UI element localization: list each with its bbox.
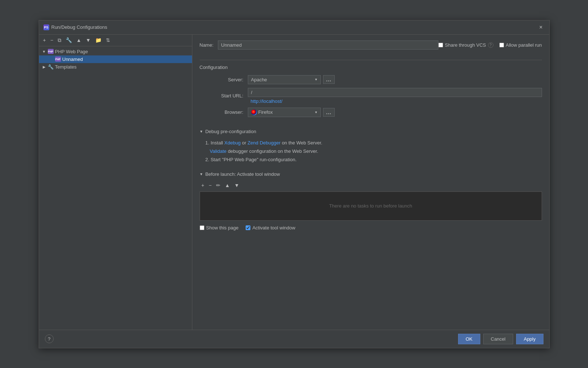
debug-step2: 2. Start "PHP Web Page" run-configuratio… bbox=[205, 155, 542, 164]
before-launch-section: ▼ Before launch: Activate tool window + … bbox=[200, 171, 542, 231]
name-label: Name: bbox=[200, 42, 214, 48]
before-launch-empty-text: There are no tasks to run before launch bbox=[329, 203, 412, 209]
allow-parallel-label[interactable]: Allow parallel run bbox=[499, 42, 542, 48]
unnamed-label: Unnamed bbox=[62, 57, 83, 62]
folder-button[interactable]: 📁 bbox=[93, 36, 103, 44]
php-icon: PHP bbox=[48, 49, 54, 54]
server-browse-button[interactable]: ... bbox=[323, 75, 335, 84]
main-content: + − ⧉ 🔧 ▲ ▼ 📁 ⇅ ▼ PHP PHP Web Page bbox=[39, 35, 549, 330]
move-up-button[interactable]: ▲ bbox=[74, 36, 83, 44]
browser-select[interactable]: Firefox Chrome Edge bbox=[258, 109, 317, 115]
before-launch-empty-area: There are no tasks to run before launch bbox=[200, 191, 542, 221]
tree-item-php-web-page[interactable]: ▼ PHP PHP Web Page bbox=[39, 48, 192, 55]
sidebar-tree: ▼ PHP PHP Web Page PHP Unnamed ▶ 🔧 Templ… bbox=[39, 46, 192, 330]
sidebar-toolbar: + − ⧉ 🔧 ▲ ▼ 📁 ⇅ bbox=[39, 35, 192, 46]
debug-section: ▼ Debug pre-configuration 1. Install Xde… bbox=[200, 129, 542, 164]
share-vcs-label[interactable]: Share through VCS ? bbox=[438, 42, 493, 48]
bottom-checkboxes: Show this page Activate tool window bbox=[200, 225, 542, 231]
launch-add-button[interactable]: + bbox=[200, 181, 206, 189]
templates-arrow: ▶ bbox=[42, 65, 46, 69]
copy-config-button[interactable]: ⧉ bbox=[56, 36, 63, 44]
show-page-label[interactable]: Show this page bbox=[200, 225, 239, 231]
firefox-icon bbox=[251, 109, 257, 115]
before-launch-collapse-header[interactable]: ▼ Before launch: Activate tool window bbox=[200, 171, 542, 177]
browser-select-wrapper: Firefox Chrome Edge bbox=[248, 108, 321, 117]
server-row: Apache Built-in ... bbox=[248, 75, 542, 84]
expand-arrow: ▼ bbox=[42, 50, 46, 54]
debug-step1: 1. Install Xdebug or Zend Debugger on th… bbox=[205, 139, 542, 156]
remove-config-button[interactable]: − bbox=[49, 36, 55, 44]
start-url-input[interactable] bbox=[248, 88, 542, 97]
localhost-link[interactable]: http://localhost/ bbox=[251, 98, 283, 104]
launch-edit-button[interactable]: ✏ bbox=[214, 181, 222, 189]
browser-label: Browser: bbox=[200, 109, 243, 115]
close-button[interactable]: × bbox=[537, 23, 545, 31]
launch-remove-button[interactable]: − bbox=[207, 181, 214, 189]
activate-window-checkbox[interactable] bbox=[246, 225, 250, 230]
title-bar: PS Run/Debug Configurations × bbox=[39, 20, 549, 35]
php-web-page-label: PHP Web Page bbox=[55, 49, 88, 54]
allow-parallel-checkbox[interactable] bbox=[499, 43, 504, 47]
browser-row: Firefox Chrome Edge ... bbox=[248, 108, 542, 117]
move-down-button[interactable]: ▼ bbox=[84, 36, 93, 44]
launch-down-button[interactable]: ▼ bbox=[232, 181, 241, 189]
debug-collapse-header[interactable]: ▼ Debug pre-configuration bbox=[200, 129, 542, 134]
localhost-link-container: http://localhost/ bbox=[248, 98, 542, 104]
tree-item-unnamed[interactable]: PHP Unnamed bbox=[39, 55, 192, 63]
start-url-label: Start URL: bbox=[200, 93, 243, 98]
footer-left: ? bbox=[45, 334, 54, 343]
browser-dropdown-display[interactable]: Firefox Chrome Edge bbox=[248, 108, 321, 117]
share-vcs-checkbox[interactable] bbox=[438, 43, 443, 47]
name-section-divider bbox=[200, 60, 542, 60]
show-page-checkbox[interactable] bbox=[200, 225, 204, 230]
dialog-footer: ? OK Cancel Apply bbox=[39, 330, 549, 348]
help-button[interactable]: ? bbox=[45, 334, 54, 343]
vcs-section: Share through VCS ? Allow parallel run bbox=[438, 42, 542, 48]
add-config-button[interactable]: + bbox=[41, 36, 48, 44]
xdebug-link[interactable]: Xdebug bbox=[224, 140, 241, 146]
templates-label: Templates bbox=[55, 64, 77, 70]
right-panel: Name: Share through VCS ? Allow parallel… bbox=[192, 35, 549, 330]
validate-link[interactable]: Validate bbox=[210, 148, 227, 154]
config-grid: Server: Apache Built-in ... Start URL: bbox=[200, 75, 542, 117]
zend-debugger-link[interactable]: Zend Debugger bbox=[247, 140, 280, 146]
vcs-info-icon[interactable]: ? bbox=[488, 42, 493, 48]
before-launch-toolbar: + − ✏ ▲ ▼ bbox=[200, 181, 542, 189]
browser-browse-button[interactable]: ... bbox=[323, 108, 335, 117]
debug-section-label: Debug pre-configuration bbox=[205, 129, 256, 134]
launch-up-button[interactable]: ▲ bbox=[223, 181, 232, 189]
templates-wrench-icon: 🔧 bbox=[48, 64, 54, 70]
cancel-button[interactable]: Cancel bbox=[483, 334, 513, 344]
name-row: Name: Share through VCS ? Allow parallel… bbox=[200, 40, 542, 50]
footer-right: OK Cancel Apply bbox=[458, 334, 543, 344]
name-input[interactable] bbox=[218, 40, 438, 50]
edit-defaults-button[interactable]: 🔧 bbox=[64, 36, 74, 44]
ok-button[interactable]: OK bbox=[458, 334, 480, 344]
debug-collapse-arrow: ▼ bbox=[200, 129, 203, 133]
app-icon: PS bbox=[43, 24, 49, 30]
name-section: Name: bbox=[200, 40, 438, 50]
server-select[interactable]: Apache Built-in bbox=[248, 75, 321, 84]
tree-item-templates[interactable]: ▶ 🔧 Templates bbox=[39, 63, 192, 71]
before-launch-label: Before launch: Activate tool window bbox=[205, 171, 280, 177]
unnamed-php-icon: PHP bbox=[55, 57, 61, 62]
server-select-wrapper: Apache Built-in bbox=[248, 75, 321, 84]
apply-button[interactable]: Apply bbox=[516, 334, 543, 344]
title-bar-left: PS Run/Debug Configurations bbox=[43, 24, 107, 30]
start-url-container: http://localhost/ bbox=[248, 88, 542, 104]
run-debug-dialog: PS Run/Debug Configurations × + − ⧉ 🔧 ▲ … bbox=[39, 20, 550, 348]
activate-window-label[interactable]: Activate tool window bbox=[246, 225, 295, 231]
sidebar: + − ⧉ 🔧 ▲ ▼ 📁 ⇅ ▼ PHP PHP Web Page bbox=[39, 35, 192, 330]
before-launch-arrow: ▼ bbox=[200, 172, 203, 176]
sort-button[interactable]: ⇅ bbox=[104, 36, 112, 44]
server-label: Server: bbox=[200, 77, 243, 82]
config-section-title: Configuration bbox=[200, 65, 542, 70]
dialog-title: Run/Debug Configurations bbox=[51, 24, 107, 30]
debug-list: 1. Install Xdebug or Zend Debugger on th… bbox=[205, 139, 542, 164]
